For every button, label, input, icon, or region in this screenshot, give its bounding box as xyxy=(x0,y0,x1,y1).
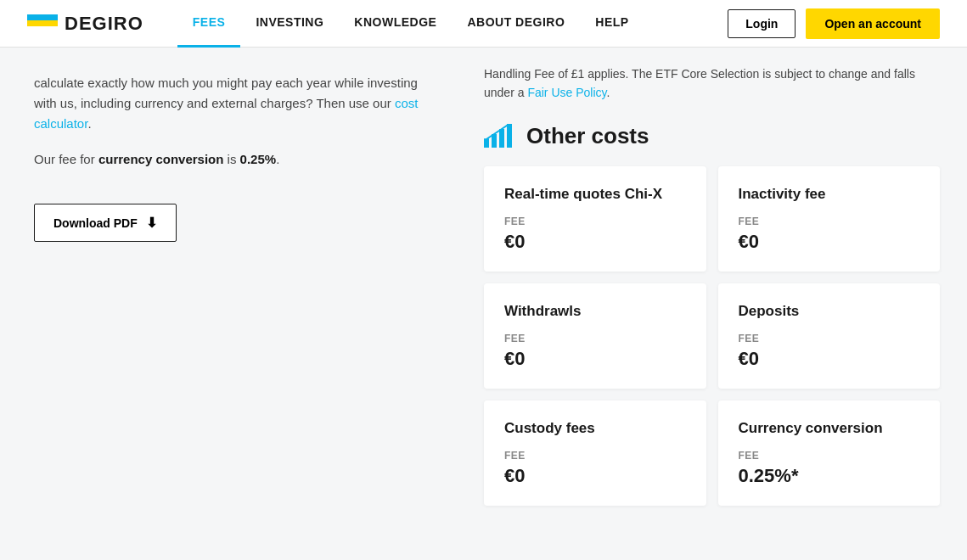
fee-label-realtime-quotes: FEE xyxy=(504,216,686,227)
card-title-custody: Custody fees xyxy=(504,419,686,438)
fee-value-currency-conversion: 0.25%* xyxy=(739,465,920,487)
currency-mid: is xyxy=(223,152,239,166)
top-note: Handling Fee of £1 applies. The ETF Core… xyxy=(484,64,940,103)
intro-text-before: calculate exactly how much you might pay… xyxy=(34,76,418,110)
fee-card-realtime-quotes: Real-time quotes Chi-X FEE €0 xyxy=(484,166,706,272)
other-costs-icon xyxy=(484,124,514,148)
download-icon: ⬇ xyxy=(146,215,157,231)
card-title-currency-conversion: Currency conversion xyxy=(739,419,920,438)
fair-use-link[interactable]: Fair Use Policy xyxy=(527,86,606,99)
download-label: Download PDF xyxy=(53,216,138,230)
fee-card-withdrawls: Withdrawls FEE €0 xyxy=(484,283,706,389)
fee-card-deposits: Deposits FEE €0 xyxy=(718,283,941,389)
intro-text-end: . xyxy=(87,116,91,131)
fee-value-deposits: €0 xyxy=(739,348,920,370)
logo: DEGIRO xyxy=(27,13,143,35)
page-content: calculate exactly how much you might pay… xyxy=(0,48,967,560)
fee-label-inactivity: FEE xyxy=(739,216,920,227)
currency-value: 0.25% xyxy=(240,152,277,166)
svg-rect-0 xyxy=(484,139,489,148)
card-title-realtime-quotes: Real-time quotes Chi-X xyxy=(504,185,686,204)
fee-label-currency-conversion: FEE xyxy=(739,450,920,462)
download-pdf-button[interactable]: Download PDF ⬇ xyxy=(34,204,177,242)
fee-value-inactivity: €0 xyxy=(739,231,920,253)
logo-flag-blue xyxy=(27,14,58,20)
header-actions: Login Open an account xyxy=(728,8,940,39)
nav-item-investing[interactable]: INVESTING xyxy=(240,0,339,48)
fee-card-currency-conversion: Currency conversion FEE 0.25%* xyxy=(718,400,941,506)
fee-cards-grid: Real-time quotes Chi-X FEE €0 Inactivity… xyxy=(484,166,940,506)
logo-flag-yellow xyxy=(27,20,58,26)
currency-paragraph: Our fee for currency conversion is 0.25%… xyxy=(34,149,433,170)
fee-card-custody: Custody fees FEE €0 xyxy=(484,400,706,506)
svg-rect-3 xyxy=(507,124,512,148)
header: DEGIRO FEES INVESTING KNOWLEDGE ABOUT DE… xyxy=(0,0,967,48)
fee-card-inactivity: Inactivity fee FEE €0 xyxy=(718,166,941,272)
currency-bold: currency conversion xyxy=(98,152,224,166)
nav-item-knowledge[interactable]: KNOWLEDGE xyxy=(339,0,452,48)
login-button[interactable]: Login xyxy=(728,9,796,38)
nav-item-help[interactable]: HELP xyxy=(580,0,644,48)
open-account-button[interactable]: Open an account xyxy=(806,8,940,39)
main-nav: FEES INVESTING KNOWLEDGE ABOUT DEGIRO HE… xyxy=(177,0,728,48)
fee-value-realtime-quotes: €0 xyxy=(504,231,686,253)
left-column: calculate exactly how much you might pay… xyxy=(0,48,467,560)
fee-label-custody: FEE xyxy=(504,450,686,462)
nav-item-fees[interactable]: FEES xyxy=(177,0,241,48)
card-title-deposits: Deposits xyxy=(739,302,920,321)
svg-rect-2 xyxy=(499,129,504,148)
card-title-inactivity: Inactivity fee xyxy=(739,185,920,204)
logo-text: DEGIRO xyxy=(65,13,143,35)
intro-paragraph: calculate exactly how much you might pay… xyxy=(34,73,433,134)
currency-end: . xyxy=(276,152,279,166)
right-column: Handling Fee of £1 applies. The ETF Core… xyxy=(467,48,967,560)
nav-item-about[interactable]: ABOUT DEGIRO xyxy=(452,0,580,48)
logo-flag xyxy=(27,14,58,33)
fee-value-custody: €0 xyxy=(504,465,686,487)
currency-label: Our fee for xyxy=(34,152,98,166)
top-note-end: . xyxy=(606,86,610,99)
fee-label-deposits: FEE xyxy=(739,333,920,344)
other-costs-title: Other costs xyxy=(526,123,649,149)
card-title-withdrawls: Withdrawls xyxy=(504,302,686,321)
fee-value-withdrawls: €0 xyxy=(504,348,686,370)
other-costs-header: Other costs xyxy=(484,123,940,149)
fee-label-withdrawls: FEE xyxy=(504,333,686,344)
